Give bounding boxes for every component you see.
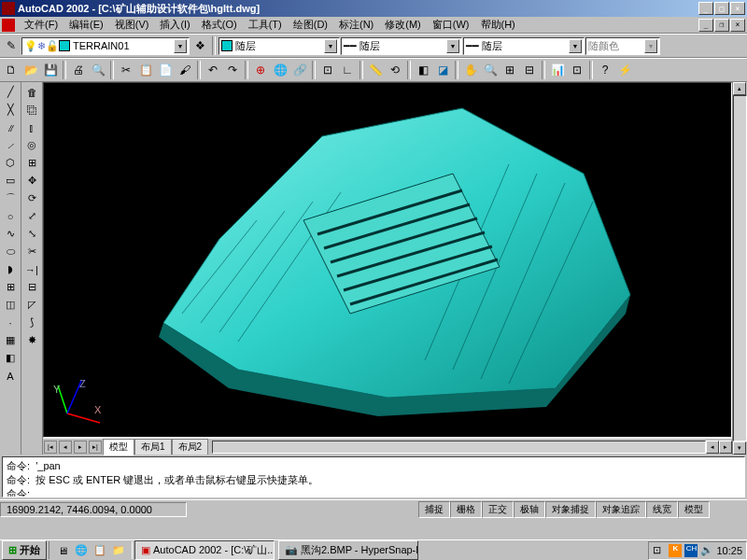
trim-button[interactable]: ✂ xyxy=(22,243,41,260)
ucs-button[interactable]: ∟ xyxy=(338,61,357,79)
help-button[interactable]: ? xyxy=(596,61,614,79)
menu-window[interactable]: 窗口(W) xyxy=(427,16,475,34)
scroll-up-button[interactable]: ▴ xyxy=(733,82,746,95)
coordinates-display[interactable]: 16909.2142, 7446.0094, 0.0000 xyxy=(0,502,187,517)
copy2-button[interactable]: ⿻ xyxy=(22,101,41,119)
block-button[interactable]: ◫ xyxy=(1,296,20,314)
today-button[interactable]: ⊕ xyxy=(251,61,270,79)
stretch-button[interactable]: ⤡ xyxy=(22,225,41,243)
chevron-down-icon[interactable]: ▼ xyxy=(446,39,459,53)
polygon-button[interactable]: ⬡ xyxy=(1,154,20,172)
erase-button[interactable]: 🗑 xyxy=(22,83,41,101)
scroll-right-button[interactable]: ▸ xyxy=(719,441,732,454)
namedviews-button[interactable]: ◪ xyxy=(433,61,452,79)
status-osnap[interactable]: 对象捕捉 xyxy=(545,501,596,518)
spline-button[interactable]: ∿ xyxy=(1,225,20,243)
scroll-left-button[interactable]: ◂ xyxy=(706,441,719,454)
xline-button[interactable]: ╳ xyxy=(1,101,20,119)
mline-button[interactable]: ⫽ xyxy=(1,119,20,136)
scale-button[interactable]: ⤢ xyxy=(22,207,41,225)
menu-format[interactable]: 格式(O) xyxy=(196,16,243,34)
taskbar-item-hypersnap[interactable]: 📷 黑沟2.BMP - HyperSnap-DX xyxy=(278,540,418,560)
status-model[interactable]: 模型 xyxy=(678,501,710,518)
tab-prev-button[interactable]: ◂ xyxy=(59,441,72,454)
print-button[interactable]: 🖨 xyxy=(69,61,88,79)
tab-first-button[interactable]: |◂ xyxy=(44,441,57,454)
ime-lang-icon[interactable]: CH xyxy=(684,544,698,557)
layer-combo[interactable]: 💡 ❄ 🔓 TERRAIN01 ▼ xyxy=(21,37,190,55)
menu-view[interactable]: 视图(V) xyxy=(109,16,155,34)
menu-draw[interactable]: 绘图(D) xyxy=(288,16,333,34)
lineweight-combo[interactable]: ━━ 随层 ▼ xyxy=(463,37,585,55)
move-button[interactable]: ✥ xyxy=(22,172,41,189)
mdi-restore-button[interactable]: ❐ xyxy=(714,19,729,32)
menu-edit[interactable]: 编辑(E) xyxy=(63,16,109,34)
rotate-button[interactable]: ⟳ xyxy=(22,189,41,207)
pointa-button[interactable]: 🌐 xyxy=(271,61,289,79)
menu-file[interactable]: 文件(F) xyxy=(19,16,63,34)
ime-icon[interactable]: K xyxy=(669,544,682,557)
line-button[interactable]: ╱ xyxy=(1,83,20,101)
ql-button[interactable]: 📁 xyxy=(109,541,128,559)
tray-icon[interactable]: ⊡ xyxy=(653,544,666,557)
hatch-button[interactable]: ▦ xyxy=(1,331,20,349)
new-button[interactable]: 🗋 xyxy=(2,61,21,79)
status-polar[interactable]: 极轴 xyxy=(514,501,545,518)
taskbar-item-autocad[interactable]: ▣ AutoCAD 2002 - [C:\矿山... xyxy=(134,540,275,560)
linetype-combo[interactable]: ━━ 随层 ▼ xyxy=(341,37,462,55)
insert-button[interactable]: ⊞ xyxy=(1,278,20,296)
tab-layout1[interactable]: 布局1 xyxy=(134,439,172,455)
ql-button[interactable]: 📋 xyxy=(91,541,109,559)
mdi-close-button[interactable]: × xyxy=(730,19,745,32)
status-ortho[interactable]: 正交 xyxy=(482,501,514,518)
hscrollbar[interactable] xyxy=(212,441,706,454)
clock[interactable]: 10:25 xyxy=(716,545,742,556)
properties-button[interactable]: 📊 xyxy=(548,61,567,79)
status-lwt[interactable]: 线宽 xyxy=(646,501,678,518)
fillet-button[interactable]: ⟆ xyxy=(22,314,41,331)
osnap-button[interactable]: ⊡ xyxy=(318,61,337,79)
pan-button[interactable]: ✋ xyxy=(461,61,480,79)
tab-model[interactable]: 模型 xyxy=(103,439,134,455)
status-snap[interactable]: 捕捉 xyxy=(418,501,450,518)
circle-button[interactable]: ○ xyxy=(1,207,20,225)
match-button[interactable]: 🖌 xyxy=(176,61,194,79)
open-button[interactable]: 📂 xyxy=(21,61,40,79)
layer-previous-button[interactable]: ❖ xyxy=(190,36,209,55)
dcenter-button[interactable]: ⊡ xyxy=(568,61,586,79)
chevron-down-icon[interactable]: ▼ xyxy=(569,39,582,53)
minimize-button[interactable]: _ xyxy=(698,2,713,15)
rect-button[interactable]: ▭ xyxy=(1,172,20,189)
undo-button[interactable]: ↶ xyxy=(204,61,222,79)
start-button[interactable]: ⊞ 开始 xyxy=(2,540,47,560)
chevron-down-icon[interactable]: ▼ xyxy=(174,39,187,53)
distance-button[interactable]: 📏 xyxy=(366,61,385,79)
redraw-button[interactable]: ⟲ xyxy=(386,61,404,79)
menu-insert[interactable]: 插入(I) xyxy=(154,16,195,34)
drawing-canvas[interactable]: X Y Z xyxy=(43,82,732,438)
ql-button[interactable]: 🌐 xyxy=(72,541,91,559)
pline-button[interactable]: ⟋ xyxy=(1,136,20,154)
tab-next-button[interactable]: ▸ xyxy=(74,441,87,454)
chevron-down-icon[interactable]: ▼ xyxy=(644,39,657,53)
color-combo[interactable]: 随层 ▼ xyxy=(218,37,340,55)
chevron-down-icon[interactable]: ▼ xyxy=(324,39,337,53)
redo-button[interactable]: ↷ xyxy=(223,61,242,79)
command-window[interactable]: 命令: '_pan 命令: 按 ESC 或 ENTER 键退出，或者单击鼠标右键… xyxy=(2,456,745,497)
plotstyle-combo[interactable]: 随颜色 ▼ xyxy=(585,37,660,55)
break-button[interactable]: ⊟ xyxy=(22,278,41,296)
region-button[interactable]: ◧ xyxy=(1,349,20,367)
zoom-win-button[interactable]: ⊞ xyxy=(500,61,519,79)
menu-help[interactable]: 帮助(H) xyxy=(475,16,521,34)
paste-button[interactable]: 📄 xyxy=(156,61,175,79)
menu-tools[interactable]: 工具(T) xyxy=(243,16,288,34)
tab-layout2[interactable]: 布局2 xyxy=(172,439,209,455)
close-button[interactable]: × xyxy=(730,2,745,15)
copy-button[interactable]: 📋 xyxy=(136,61,155,79)
menu-modify[interactable]: 修改(M) xyxy=(379,16,427,34)
scroll-down-button[interactable]: ▾ xyxy=(733,441,746,455)
status-grid[interactable]: 栅格 xyxy=(450,501,482,518)
menu-dimension[interactable]: 标注(N) xyxy=(333,16,379,34)
offset-button[interactable]: ◎ xyxy=(22,136,41,154)
arc-button[interactable]: ⌒ xyxy=(1,189,20,207)
